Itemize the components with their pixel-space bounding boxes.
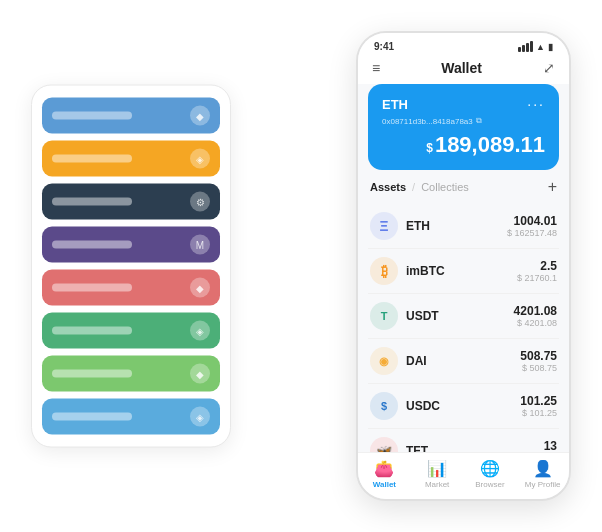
dai-icon: ◉ bbox=[370, 347, 398, 375]
usdt-amount: 4201.08 bbox=[514, 304, 557, 318]
card-icon: M bbox=[190, 235, 210, 255]
battery-icon: ▮ bbox=[548, 42, 553, 52]
imbtc-amount: 2.5 bbox=[517, 259, 557, 273]
eth-icon: Ξ bbox=[370, 212, 398, 240]
card-icon: ⚙ bbox=[190, 192, 210, 212]
card-item[interactable]: ◆ bbox=[42, 270, 220, 306]
card-item[interactable]: M bbox=[42, 227, 220, 263]
browser-nav-label: Browser bbox=[475, 480, 504, 489]
status-icons: ▲ ▮ bbox=[518, 41, 553, 52]
eth-card: ETH ··· 0x08711d3b...8418a78a3 ⧉ $189,08… bbox=[368, 84, 559, 170]
card-item[interactable]: ◈ bbox=[42, 399, 220, 435]
dai-usd: $ 508.75 bbox=[520, 363, 557, 373]
list-item[interactable]: T USDT 4201.08 $ 4201.08 bbox=[368, 294, 559, 339]
nav-browser[interactable]: 🌐 Browser bbox=[464, 459, 517, 489]
list-item[interactable]: 🦋 TFT 13 0 bbox=[368, 429, 559, 452]
wifi-icon: ▲ bbox=[536, 42, 545, 52]
copy-address-icon[interactable]: ⧉ bbox=[476, 116, 482, 126]
nav-market[interactable]: 📊 Market bbox=[411, 459, 464, 489]
nav-wallet[interactable]: 👛 Wallet bbox=[358, 459, 411, 489]
phone-content: ETH ··· 0x08711d3b...8418a78a3 ⧉ $189,08… bbox=[358, 84, 569, 452]
time: 9:41 bbox=[374, 41, 394, 52]
asset-name-eth: ETH bbox=[406, 219, 499, 233]
signal-icon bbox=[518, 41, 533, 52]
add-asset-button[interactable]: + bbox=[548, 178, 557, 196]
card-icon: ◈ bbox=[190, 149, 210, 169]
scene: ◆◈⚙M◆◈◆◈ 9:41 ▲ ▮ ≡ Wallet ⤢ bbox=[21, 16, 581, 516]
eth-balance-prefix: $ bbox=[426, 141, 433, 155]
asset-values-usdt: 4201.08 $ 4201.08 bbox=[514, 304, 557, 328]
usdc-usd: $ 101.25 bbox=[520, 408, 557, 418]
card-label bbox=[52, 327, 132, 335]
profile-nav-icon: 👤 bbox=[533, 459, 553, 478]
usdc-amount: 101.25 bbox=[520, 394, 557, 408]
card-item[interactable]: ◈ bbox=[42, 313, 220, 349]
eth-usd: $ 162517.48 bbox=[507, 228, 557, 238]
nav-profile[interactable]: 👤 My Profile bbox=[516, 459, 569, 489]
list-item[interactable]: Ξ ETH 1004.01 $ 162517.48 bbox=[368, 204, 559, 249]
asset-values-tft: 13 0 bbox=[544, 439, 557, 452]
usdc-icon: $ bbox=[370, 392, 398, 420]
card-label bbox=[52, 112, 132, 120]
phone: 9:41 ▲ ▮ ≡ Wallet ⤢ ETH bbox=[356, 31, 571, 501]
card-label bbox=[52, 413, 132, 421]
tab-assets[interactable]: Assets bbox=[370, 181, 406, 193]
card-stack: ◆◈⚙M◆◈◆◈ bbox=[31, 85, 231, 448]
browser-nav-icon: 🌐 bbox=[480, 459, 500, 478]
market-nav-label: Market bbox=[425, 480, 449, 489]
card-icon: ◈ bbox=[190, 407, 210, 427]
eth-card-menu[interactable]: ··· bbox=[527, 96, 545, 112]
tab-divider: / bbox=[412, 181, 415, 193]
hamburger-icon[interactable]: ≡ bbox=[372, 60, 380, 76]
asset-name-usdt: USDT bbox=[406, 309, 506, 323]
phone-nav: 👛 Wallet 📊 Market 🌐 Browser 👤 My Profile bbox=[358, 452, 569, 499]
market-nav-icon: 📊 bbox=[427, 459, 447, 478]
card-item[interactable]: ◈ bbox=[42, 141, 220, 177]
dai-amount: 508.75 bbox=[520, 349, 557, 363]
card-icon: ◈ bbox=[190, 321, 210, 341]
phone-title: Wallet bbox=[441, 60, 482, 76]
eth-balance-value: 189,089.11 bbox=[435, 132, 545, 157]
eth-amount: 1004.01 bbox=[507, 214, 557, 228]
eth-card-top: ETH ··· bbox=[382, 96, 545, 112]
list-item[interactable]: ◉ DAI 508.75 $ 508.75 bbox=[368, 339, 559, 384]
list-item[interactable]: ₿ imBTC 2.5 $ 21760.1 bbox=[368, 249, 559, 294]
wallet-nav-icon: 👛 bbox=[374, 459, 394, 478]
eth-label: ETH bbox=[382, 97, 408, 112]
profile-nav-label: My Profile bbox=[525, 480, 561, 489]
usdt-icon: T bbox=[370, 302, 398, 330]
card-label bbox=[52, 198, 132, 206]
card-label bbox=[52, 241, 132, 249]
asset-values-imbtc: 2.5 $ 21760.1 bbox=[517, 259, 557, 283]
card-item[interactable]: ◆ bbox=[42, 356, 220, 392]
assets-header: Assets / Collecties + bbox=[368, 178, 559, 196]
asset-list: Ξ ETH 1004.01 $ 162517.48 ₿ imBTC 2.5 $ … bbox=[368, 204, 559, 452]
asset-name-usdc: USDC bbox=[406, 399, 512, 413]
assets-tabs: Assets / Collecties bbox=[370, 181, 469, 193]
phone-header: ≡ Wallet ⤢ bbox=[358, 56, 569, 84]
tft-icon: 🦋 bbox=[370, 437, 398, 452]
card-icon: ◆ bbox=[190, 364, 210, 384]
asset-name-imbtc: imBTC bbox=[406, 264, 509, 278]
wallet-nav-label: Wallet bbox=[373, 480, 396, 489]
tft-amount: 13 bbox=[544, 439, 557, 452]
card-item[interactable]: ◆ bbox=[42, 98, 220, 134]
card-item[interactable]: ⚙ bbox=[42, 184, 220, 220]
card-icon: ◆ bbox=[190, 106, 210, 126]
imbtc-usd: $ 21760.1 bbox=[517, 273, 557, 283]
asset-values-dai: 508.75 $ 508.75 bbox=[520, 349, 557, 373]
asset-values-eth: 1004.01 $ 162517.48 bbox=[507, 214, 557, 238]
tab-collecties[interactable]: Collecties bbox=[421, 181, 469, 193]
usdt-usd: $ 4201.08 bbox=[514, 318, 557, 328]
imbtc-icon: ₿ bbox=[370, 257, 398, 285]
card-label bbox=[52, 284, 132, 292]
eth-address: 0x08711d3b...8418a78a3 ⧉ bbox=[382, 116, 545, 126]
expand-icon[interactable]: ⤢ bbox=[543, 60, 555, 76]
status-bar: 9:41 ▲ ▮ bbox=[358, 33, 569, 56]
list-item[interactable]: $ USDC 101.25 $ 101.25 bbox=[368, 384, 559, 429]
card-label bbox=[52, 155, 132, 163]
asset-values-usdc: 101.25 $ 101.25 bbox=[520, 394, 557, 418]
card-label bbox=[52, 370, 132, 378]
asset-name-dai: DAI bbox=[406, 354, 512, 368]
asset-name-tft: TFT bbox=[406, 444, 536, 452]
